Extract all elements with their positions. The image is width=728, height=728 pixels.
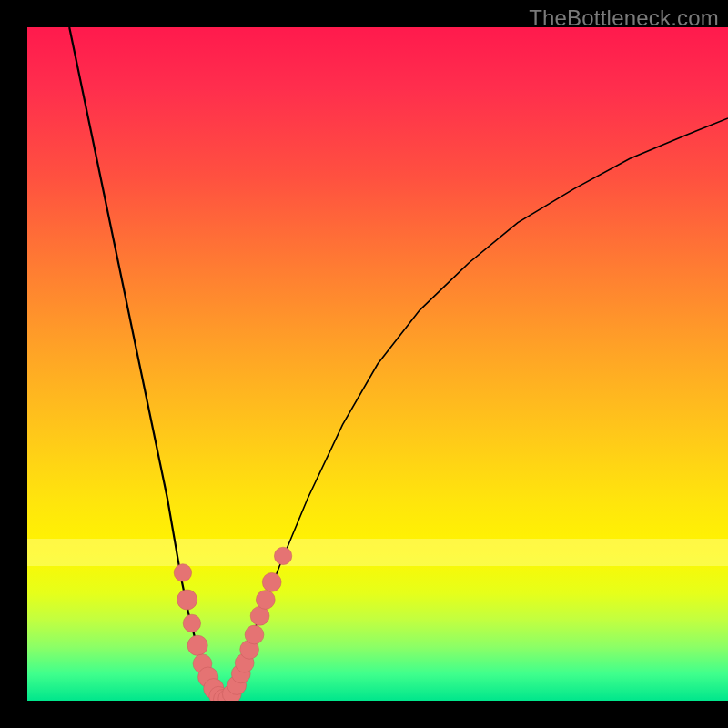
chart-svg bbox=[27, 27, 728, 701]
data-point-marker bbox=[177, 590, 197, 610]
data-point-marker bbox=[187, 635, 207, 655]
data-point-marker bbox=[256, 591, 275, 610]
data-point-marker bbox=[262, 572, 281, 592]
curve-right-branch bbox=[224, 118, 728, 701]
data-point-marker bbox=[183, 614, 200, 632]
data-point-marker bbox=[274, 547, 291, 564]
chart-stage: TheBottleneck.com bbox=[0, 0, 728, 728]
watermark-text: TheBottleneck.com bbox=[529, 5, 719, 31]
data-point-marker bbox=[245, 625, 264, 644]
data-point-marker bbox=[174, 564, 191, 581]
plot-area bbox=[27, 27, 728, 701]
marker-group bbox=[174, 547, 292, 701]
curve-left-branch bbox=[69, 27, 223, 701]
